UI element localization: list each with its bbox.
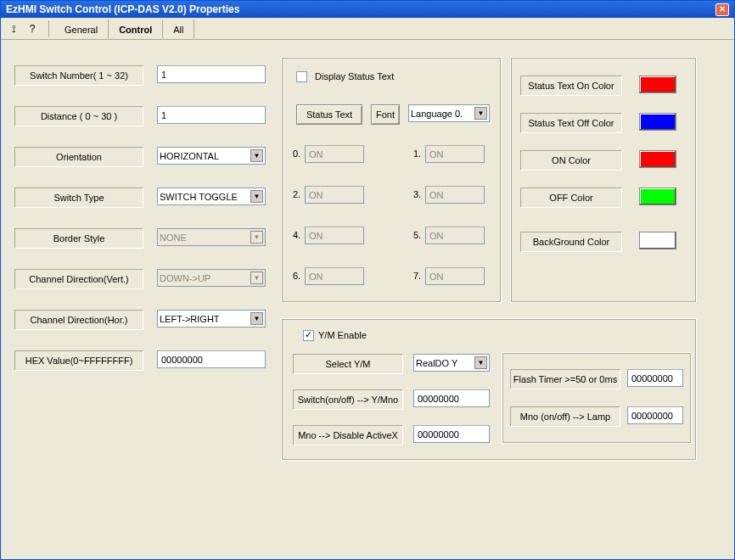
flash-timer-label: Flash Timer >=50 or 0ms	[510, 369, 620, 389]
flash-timer-input[interactable]	[627, 369, 683, 387]
chevron-down-icon: ▼	[250, 149, 263, 162]
switch-ymno-label: Switch(on/off) --> Y/Mno	[293, 389, 403, 410]
display-status-label: Display Status Text	[315, 71, 394, 81]
on-text-color-swatch[interactable]	[639, 76, 676, 93]
bg-color-label: BackGround Color	[520, 232, 622, 252]
idx-6: 6.	[293, 271, 300, 281]
status-3	[425, 186, 485, 204]
select-ym-select[interactable]: RealDO Y▼	[413, 354, 490, 372]
chevron-down-icon: ▼	[474, 107, 487, 120]
mno-lamp-input[interactable]	[627, 406, 683, 424]
tab-general[interactable]: General	[54, 20, 109, 38]
distance-label: Distance ( 0 ~ 30 )	[14, 106, 143, 126]
status-6	[305, 267, 364, 285]
bg-color-swatch[interactable]	[639, 232, 676, 249]
status-text-button[interactable]: Status Text	[296, 104, 362, 125]
chevron-down-icon: ▼	[474, 356, 487, 369]
tab-control[interactable]: Control	[109, 20, 163, 38]
status-4	[305, 227, 364, 244]
toolbar: ⟟ ? General Control All	[1, 18, 734, 40]
select-ym-label: Select Y/M	[293, 354, 403, 374]
idx-0: 0.	[293, 148, 300, 159]
idx-1: 1.	[413, 148, 421, 159]
idx-3: 3.	[413, 189, 421, 199]
orientation-label: Orientation	[14, 147, 143, 167]
orientation-select[interactable]: HORIZONTAL▼	[157, 147, 266, 165]
ym-sub-group	[502, 352, 692, 444]
display-status-checkbox[interactable]	[296, 71, 307, 82]
font-button[interactable]: Font	[371, 104, 400, 125]
chevron-down-icon: ▼	[250, 272, 263, 284]
ch-vert-select: DOWN->UP▼	[157, 269, 266, 287]
status-1	[425, 145, 485, 163]
tab-all[interactable]: All	[163, 20, 194, 38]
off-text-color-label: Status Text Off Color	[520, 113, 622, 133]
switch-type-label: Switch Type	[14, 188, 143, 208]
status-5	[425, 227, 485, 244]
idx-7: 7.	[413, 271, 421, 281]
help-icon[interactable]: ?	[25, 21, 40, 36]
mno-disable-input[interactable]	[413, 425, 490, 443]
status-2	[305, 186, 364, 204]
on-text-color-label: Status Text On Color	[520, 76, 622, 96]
ym-enable-label: Y/M Enable	[318, 330, 367, 340]
ym-enable-checkbox[interactable]	[303, 330, 314, 341]
mno-lamp-label: Mno (on/off) --> Lamp	[510, 406, 620, 427]
chevron-down-icon: ▼	[250, 231, 263, 244]
switch-number-input[interactable]	[157, 65, 266, 83]
switch-type-select[interactable]: SWITCH TOGGLE▼	[157, 188, 266, 205]
status-0	[305, 145, 364, 163]
off-color-swatch[interactable]	[639, 188, 676, 205]
language-select[interactable]: Language 0.▼	[408, 104, 490, 122]
idx-5: 5.	[413, 230, 421, 240]
close-button[interactable]: ✕	[715, 3, 729, 16]
status-7	[425, 267, 485, 285]
titlebar: EzHMI Switch Control (ICP-DAS V2.0) Prop…	[1, 1, 734, 18]
switch-number-label: Switch Number( 1 ~ 32)	[14, 65, 143, 86]
off-color-label: OFF Color	[520, 188, 622, 208]
status-group	[281, 57, 502, 303]
window-title: EzHMI Switch Control (ICP-DAS V2.0) Prop…	[6, 3, 239, 15]
border-style-label: Border Style	[14, 228, 143, 249]
pin-icon[interactable]: ⟟	[6, 21, 21, 36]
on-color-label: ON Color	[520, 150, 622, 171]
hex-input[interactable]	[157, 350, 266, 368]
distance-input[interactable]	[157, 106, 266, 124]
mno-disable-label: Mno --> Disable ActiveX	[293, 425, 403, 445]
ch-hor-label: Channel Direction(Hor.)	[14, 310, 143, 330]
idx-2: 2.	[293, 189, 300, 199]
chevron-down-icon: ▼	[250, 312, 263, 325]
hex-label: HEX Value(0~FFFFFFFF)	[14, 350, 143, 371]
switch-ymno-input[interactable]	[413, 389, 490, 407]
ch-vert-label: Channel Direction(Vert.)	[14, 269, 143, 289]
on-color-swatch[interactable]	[639, 150, 676, 168]
idx-4: 4.	[293, 230, 300, 240]
off-text-color-swatch[interactable]	[639, 113, 676, 131]
ch-hor-select[interactable]: LEFT->RIGHT▼	[157, 310, 266, 328]
border-style-select: NONE▼	[157, 228, 266, 246]
chevron-down-icon: ▼	[250, 190, 263, 203]
page-body: Switch Number( 1 ~ 32) Distance ( 0 ~ 30…	[1, 40, 734, 559]
